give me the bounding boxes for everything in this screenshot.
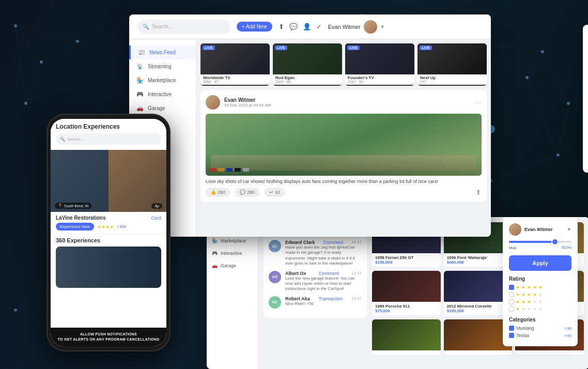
stream-card-2[interactable]: LIVE Founder's TV 2197 34 <box>345 43 414 86</box>
share-icon[interactable]: ⬆ <box>278 23 284 30</box>
post-actions: 👍 260 💬 280 ↩ 10 ⬆ <box>206 188 482 196</box>
lower-marketplace-icon: 🏪 <box>212 238 218 243</box>
star-1: ★ <box>516 285 520 290</box>
rating-row-5: ★ ★ ★ ★ ★ <box>509 285 571 290</box>
phone-section2-title: 360 Experiences <box>56 237 161 243</box>
slider-fill <box>509 241 553 243</box>
search-bar[interactable]: 🔍 Search... <box>137 20 230 34</box>
stream-card-0[interactable]: LIVE Worldwide TV 2458 47 <box>200 43 270 86</box>
phone-search[interactable]: 🔍 Search... <box>56 133 161 145</box>
stream-title-3: Next Up <box>420 75 484 80</box>
car-listing-4[interactable]: 2012 Mirrored Corvette $100,000 <box>444 271 513 315</box>
lower-garage-label: Garage <box>221 263 236 268</box>
category-check-teslas[interactable] <box>509 333 514 338</box>
activity-avatar-2: RA <box>269 296 281 309</box>
chat-icon[interactable]: 💬 <box>289 23 298 30</box>
phone-stars: ★★★★ <box>97 224 114 229</box>
lower-interactive-icon: 🎮 <box>212 251 218 256</box>
category-check-mustang[interactable] <box>509 326 514 331</box>
comment-button[interactable]: 💬 280 <box>235 188 259 196</box>
post-share-icon[interactable]: ⬆ <box>475 188 482 196</box>
category-name-teslas: Teslas <box>516 333 530 338</box>
star-5: ★ <box>538 285 543 290</box>
rating-check-4[interactable] <box>509 292 514 297</box>
activity-avatar-1: AO <box>269 271 281 283</box>
slider-track[interactable] <box>509 241 571 243</box>
stream-title-2: Founder's TV <box>348 75 412 80</box>
car-info-7 <box>444 350 513 355</box>
activity-item-2: RA Robert Aka Transaction 13:37 Nice Rid… <box>269 296 362 309</box>
sidebar-item-marketplace[interactable]: 🏪 Marketplace <box>129 73 196 87</box>
phone-location: South Bend, IN <box>64 204 88 208</box>
car-price-3: $75,000 <box>375 309 438 313</box>
car-listing-3[interactable]: 1989 Porsche 911 $75,000 <box>372 271 441 315</box>
sidebar-label-news-feed: News Feed <box>149 50 176 55</box>
activity-name-0: Edward Clark <box>285 240 315 245</box>
lower-sidebar-garage[interactable]: 🚗 Garage <box>207 259 258 272</box>
share-button[interactable]: ↩ 10 <box>265 188 285 196</box>
post-more-icon[interactable]: ··· <box>475 98 482 106</box>
activity-meta-2: Robert Aka Transaction 13:37 <box>285 296 362 301</box>
stream-stats-3: 277 <box>420 80 484 84</box>
star-2-2: ★ <box>521 306 525 312</box>
user-name: Evan Witmer <box>328 24 361 30</box>
stream-views-0: 2458 <box>203 80 211 84</box>
garage-icon: 🚗 <box>136 105 144 112</box>
star-2-1: ★ <box>516 306 520 312</box>
activity-time-0: 14:07 <box>351 240 362 245</box>
car-price-4: $100,000 <box>447 309 509 313</box>
post-author: Evan Witmer <box>224 97 271 103</box>
experience-now-button[interactable]: Experience Now <box>56 223 94 230</box>
car-listing-6[interactable] <box>372 319 441 355</box>
sidebar-item-streaming[interactable]: 📡 Streaming <box>129 59 196 73</box>
sidebar-label-marketplace: Marketplace <box>148 78 176 83</box>
category-teslas: Teslas +40 <box>509 333 571 338</box>
like-button[interactable]: 👍 260 <box>206 188 230 196</box>
activity-type-2: Transaction <box>318 296 343 301</box>
check-icon[interactable]: ✓ <box>316 23 322 30</box>
rating-check-5[interactable] <box>509 285 514 290</box>
stream-info-1: Rod Egan 2205 48 <box>273 74 342 85</box>
filter-user-row: Evan Witmer ▼ <box>509 223 571 236</box>
sidebar-item-news-feed[interactable]: 📰 News Feed <box>129 45 196 59</box>
post-header: Evan Witmer 15 Dec 2020 at 09:42 AM ··· <box>206 95 482 110</box>
add-new-button[interactable]: + Add New <box>237 22 272 32</box>
phone-section2: 360 Experiences <box>51 234 166 291</box>
stream-card-1[interactable]: LIVE Rod Egan 2205 48 <box>273 43 342 86</box>
sidebar-item-garage[interactable]: 🚗 Garage <box>129 101 196 115</box>
activity-meta-0: Edward Clark Comment 14:07 <box>285 240 362 245</box>
lower-sidebar-interactive[interactable]: 🎮 Interactive <box>207 247 258 259</box>
activity-meta-1: Albert Ox Comment 13:37 <box>285 271 362 276</box>
stream-stats-2: 2197 34 <box>348 80 412 84</box>
like-count: 260 <box>218 190 225 195</box>
star-2-5: ★ <box>538 306 543 312</box>
phone-screen1-title: Location Experiences <box>56 123 161 130</box>
car-name-3: 1989 Porsche 911 <box>375 304 438 309</box>
star-3-2: ★ <box>521 299 525 304</box>
sidebar-label-garage: Garage <box>148 105 165 111</box>
rating-check-3[interactable] <box>509 299 514 304</box>
filter-avatar <box>509 223 521 236</box>
stream-card-3[interactable]: LIVE Next Up 277 <box>417 43 487 86</box>
lower-interactive-label: Interactive <box>221 251 242 256</box>
phone-info: LaVine Restorations Cord Experience Now … <box>51 212 166 234</box>
category-count-mustang: +30 <box>564 326 571 331</box>
live-badge-3: LIVE <box>420 45 432 50</box>
user-icon[interactable]: 👤 <box>303 23 311 30</box>
car-image-7 <box>444 319 513 350</box>
star-4: ★ <box>533 285 537 290</box>
sidebar-item-interactive[interactable]: 🎮 Interactive <box>129 87 196 101</box>
car-price-1: $400,000 <box>447 260 509 265</box>
apply-button[interactable]: Apply <box>509 255 571 271</box>
stream-views-2: 2197 <box>348 80 356 84</box>
lower-sidebar: 📡 Streaming 🏪 Marketplace 🎮 Interactive … <box>207 217 258 369</box>
slider-labels: Max $10w <box>509 244 571 250</box>
phone-actions: Experience Now ★★★★ +180 <box>56 223 161 230</box>
car-listing-7[interactable] <box>444 319 513 355</box>
share-count: 10 <box>275 190 280 195</box>
stream-views-1: 2205 <box>275 80 284 84</box>
recent-activity-section: Recent Activity ··· EC Edward Clark Comm… <box>264 222 367 364</box>
rating-check-2[interactable] <box>509 306 514 312</box>
car-info-0: 1958 Ferrari 250 GT $150,000 <box>372 253 441 267</box>
like-icon: 👍 <box>210 190 216 195</box>
